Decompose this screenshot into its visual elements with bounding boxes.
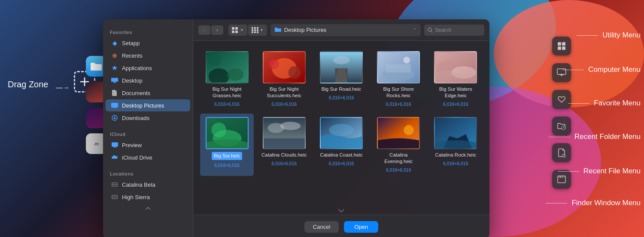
file-thumbnail bbox=[434, 51, 477, 83]
file-item[interactable]: Catalina Clouds.heic 6,016×6,016 bbox=[257, 114, 311, 176]
sidebar-item-downloads-label: Downloads bbox=[122, 115, 149, 121]
file-item[interactable]: Catalina Rock.heic 6,016×6,016 bbox=[429, 114, 483, 176]
drag-zone-arrow: —→ bbox=[56, 84, 70, 92]
file-size: 6,016×6,016 bbox=[214, 163, 240, 168]
file-item[interactable]: Big Sur Shore Rocks.heic 6,016×6,016 bbox=[372, 48, 425, 110]
sidebar-item-recents[interactable]: ⊕ Recents bbox=[106, 49, 190, 62]
location-folder-icon bbox=[275, 27, 282, 34]
documents-icon bbox=[111, 89, 118, 97]
open-button[interactable]: Open bbox=[344, 221, 378, 233]
scroll-indicator bbox=[193, 207, 489, 215]
svg-rect-5 bbox=[113, 108, 116, 108]
desktop-pictures-icon bbox=[111, 102, 118, 109]
svg-rect-7 bbox=[112, 142, 118, 147]
sidebar: Favorites ◆ Setapp ⊕ Recents Application… bbox=[103, 19, 193, 237]
svg-rect-25 bbox=[257, 31, 258, 33]
svg-rect-19 bbox=[252, 31, 253, 33]
recent-file-menu-button[interactable] bbox=[552, 143, 571, 162]
sidebar-item-applications-label: Applications bbox=[122, 65, 152, 71]
svg-rect-22 bbox=[254, 31, 256, 33]
svg-point-78 bbox=[562, 176, 562, 177]
file-name: Catalina Coast.heic bbox=[320, 152, 363, 158]
preview-icon bbox=[111, 141, 118, 149]
file-item-selected[interactable]: Big Sur.heic 6,016×6,016 bbox=[200, 114, 254, 176]
svg-point-34 bbox=[269, 59, 279, 69]
desktop-icon bbox=[111, 77, 118, 84]
list-view-button[interactable]: ▼ bbox=[248, 25, 267, 36]
svg-point-76 bbox=[559, 176, 559, 177]
file-item[interactable]: Catalina Coast.heic 6,016×6,016 bbox=[314, 114, 368, 176]
sidebar-item-preview[interactable]: Preview bbox=[106, 139, 190, 151]
catalina-beta-icon bbox=[111, 181, 118, 188]
back-button[interactable]: ‹ bbox=[198, 25, 210, 35]
high-sierra-icon bbox=[111, 193, 118, 201]
forward-button[interactable]: › bbox=[211, 25, 223, 35]
icon-view-button[interactable]: ▼ bbox=[228, 25, 247, 36]
sidebar-item-documents-label: Documents bbox=[122, 90, 150, 96]
sidebar-item-desktop-pictures[interactable]: Desktop Pictures bbox=[106, 99, 190, 111]
svg-rect-61 bbox=[558, 46, 561, 50]
svg-point-35 bbox=[288, 66, 301, 79]
label-favorite-menu: Favorite Menu bbox=[568, 99, 641, 108]
file-item[interactable]: Big Sur Night Grasses.heic 6,016×6,016 bbox=[200, 48, 254, 110]
svg-point-77 bbox=[560, 176, 561, 177]
file-item[interactable]: Big Sur Night Succulents.heic 6,016×6,01… bbox=[257, 48, 311, 110]
drag-zone-label: Drag Zone bbox=[8, 80, 49, 89]
file-name: Catalina Clouds.heic bbox=[261, 152, 307, 158]
sidebar-item-applications[interactable]: Applications bbox=[106, 62, 190, 74]
svg-rect-53 bbox=[264, 138, 305, 148]
right-menu bbox=[552, 37, 571, 189]
sidebar-item-documents[interactable]: Documents bbox=[106, 87, 190, 99]
file-name: Big Sur Road.heic bbox=[322, 86, 361, 92]
file-thumbnail bbox=[377, 51, 420, 83]
sidebar-item-downloads[interactable]: Downloads bbox=[106, 112, 190, 124]
file-grid: Big Sur Night Grasses.heic 6,016×6,016 bbox=[193, 41, 489, 207]
file-name: Catalina Rock.heic bbox=[435, 152, 476, 158]
file-thumbnail bbox=[263, 51, 306, 83]
sidebar-item-catalina-beta-label: Catalina Beta bbox=[122, 182, 155, 188]
file-item[interactable]: Big Sur Waters Edge.heic 6,016×6,016 bbox=[429, 48, 483, 110]
utility-menu-button[interactable] bbox=[552, 37, 571, 55]
file-thumbnail bbox=[206, 51, 249, 83]
label-recent-folder-menu: Recent Folder Menu bbox=[549, 132, 641, 141]
view-chevron2: ▼ bbox=[260, 28, 264, 32]
view-toggle: ▼ ▼ bbox=[228, 25, 267, 36]
file-size: 6,016×6,016 bbox=[329, 95, 354, 100]
svg-line-27 bbox=[431, 31, 433, 32]
sidebar-section-locations: Locations bbox=[103, 168, 193, 178]
svg-point-26 bbox=[428, 28, 431, 31]
sidebar-item-setapp[interactable]: ◆ Setapp bbox=[106, 37, 190, 49]
finder-window-menu-label: Finder Window Menu bbox=[571, 199, 641, 207]
sidebar-item-catalina-beta[interactable]: Catalina Beta bbox=[106, 179, 190, 191]
cancel-button[interactable]: Cancel bbox=[304, 221, 339, 233]
sidebar-item-high-sierra-label: High Sierra bbox=[122, 194, 150, 200]
svg-point-43 bbox=[404, 57, 410, 63]
svg-point-30 bbox=[227, 68, 243, 81]
sidebar-item-recents-label: Recents bbox=[122, 52, 143, 59]
label-computer-menu: Computer Menu bbox=[562, 65, 641, 74]
svg-rect-14 bbox=[235, 27, 238, 30]
search-bar[interactable]: Search bbox=[424, 25, 484, 36]
file-item[interactable]: Big Sur Road.heic 6,016×6,016 bbox=[314, 48, 368, 110]
svg-rect-60 bbox=[562, 42, 565, 46]
svg-rect-16 bbox=[235, 31, 238, 33]
utility-menu-label: Utility Menu bbox=[602, 31, 641, 40]
file-size: 6,016×6,016 bbox=[271, 161, 297, 166]
main-content: ‹ › ▼ bbox=[193, 19, 489, 237]
location-bar[interactable]: Desktop Pictures ⌃ bbox=[270, 24, 421, 36]
file-item[interactable]: Catalina Evening.heic 6,016×6,016 bbox=[372, 114, 425, 176]
svg-point-31 bbox=[208, 54, 221, 66]
file-name: Catalina Evening.heic bbox=[375, 152, 422, 165]
sidebar-item-icloud-drive[interactable]: iCloud Drive bbox=[106, 151, 190, 163]
svg-marker-38 bbox=[335, 68, 348, 83]
svg-point-52 bbox=[280, 122, 301, 130]
file-size: 6,016×6,016 bbox=[271, 102, 297, 107]
label-finder-window-menu: Finder Window Menu bbox=[546, 199, 641, 207]
sidebar-item-high-sierra[interactable]: High Sierra bbox=[106, 191, 190, 203]
recents-icon: ⊕ bbox=[111, 52, 118, 59]
bottom-bar: Cancel Open bbox=[193, 215, 489, 237]
sidebar-item-desktop[interactable]: Desktop bbox=[106, 74, 190, 86]
svg-rect-24 bbox=[257, 29, 258, 31]
svg-rect-21 bbox=[254, 29, 256, 31]
file-thumbnail bbox=[434, 117, 477, 149]
